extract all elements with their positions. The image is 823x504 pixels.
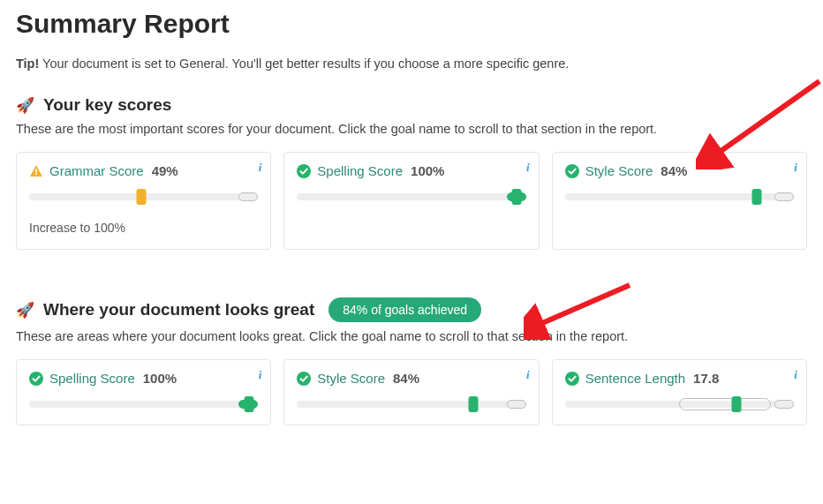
svg-point-8 <box>565 372 579 386</box>
svg-line-4 <box>714 81 819 156</box>
check-icon <box>297 372 311 386</box>
rocket-icon: 🚀 <box>16 96 34 115</box>
card-note: Increase to 100% <box>29 221 258 235</box>
slider-target-range <box>679 398 771 410</box>
tip-text: Your document is set to General. You'll … <box>39 56 569 71</box>
info-icon[interactable]: i <box>794 368 797 382</box>
great-cards: i Spelling Score 100% i Style Score 84% <box>16 359 807 425</box>
svg-point-3 <box>565 164 579 178</box>
score-slider <box>565 191 794 203</box>
score-value: 17.8 <box>693 371 719 386</box>
key-scores-cards: i Grammar Score 49% Increase to 100% i S… <box>16 152 807 250</box>
slider-thumb <box>512 189 522 205</box>
check-icon <box>565 164 579 178</box>
score-link-sentence-length[interactable]: Sentence Length <box>585 371 685 386</box>
slider-thumb <box>469 396 479 412</box>
info-icon[interactable]: i <box>526 161 530 175</box>
great-heading: 🚀 Where your document looks great 84% of… <box>16 297 807 322</box>
warning-icon <box>29 164 43 178</box>
score-card-style: i Style Score 84% <box>283 359 539 425</box>
score-card-spelling: i Spelling Score 100% <box>16 359 271 425</box>
score-slider <box>297 398 525 410</box>
score-link-style[interactable]: Style Score <box>317 371 385 386</box>
svg-point-6 <box>29 372 43 386</box>
score-slider <box>565 398 794 410</box>
check-icon <box>29 372 43 386</box>
slider-thumb <box>137 189 147 205</box>
score-link-grammar[interactable]: Grammar Score <box>49 163 144 178</box>
rocket-icon: 🚀 <box>16 301 34 320</box>
slider-thumb <box>244 396 253 412</box>
info-icon[interactable]: i <box>526 368 530 382</box>
score-slider <box>297 191 525 203</box>
score-value: 49% <box>152 163 178 178</box>
svg-line-5 <box>534 285 630 327</box>
score-card-grammar: i Grammar Score 49% Increase to 100% <box>16 152 271 250</box>
score-link-style[interactable]: Style Score <box>585 163 653 178</box>
key-scores-heading-text: Your key scores <box>43 95 171 115</box>
score-card-style: i Style Score 84% <box>552 152 807 250</box>
score-link-spelling[interactable]: Spelling Score <box>49 371 135 386</box>
info-icon[interactable]: i <box>259 161 262 175</box>
score-value: 100% <box>411 163 444 178</box>
svg-rect-1 <box>35 173 37 175</box>
score-slider <box>29 191 258 203</box>
score-card-sentence-length: i Sentence Length 17.8 <box>552 359 807 425</box>
info-icon[interactable]: i <box>794 161 797 175</box>
great-heading-text: Where your document looks great <box>43 300 314 320</box>
score-link-spelling[interactable]: Spelling Score <box>317 163 403 178</box>
check-icon <box>297 164 311 178</box>
great-desc: These are areas where your document look… <box>16 329 807 343</box>
svg-point-2 <box>297 164 311 178</box>
tip-label: Tip! <box>16 56 39 71</box>
key-scores-desc: These are the most important scores for … <box>16 122 807 136</box>
svg-rect-0 <box>35 169 37 172</box>
key-scores-heading: 🚀 Your key scores <box>16 95 807 115</box>
slider-thumb <box>732 396 742 412</box>
page-title: Summary Report <box>16 9 807 39</box>
score-value: 84% <box>393 371 419 386</box>
score-value: 84% <box>661 163 687 178</box>
score-card-spelling: i Spelling Score 100% <box>283 152 539 250</box>
info-icon[interactable]: i <box>259 368 262 382</box>
svg-point-7 <box>297 372 311 386</box>
goals-achieved-badge: 84% of goals achieved <box>328 297 481 322</box>
score-value: 100% <box>143 371 177 386</box>
slider-thumb <box>752 189 762 205</box>
check-icon <box>565 372 579 386</box>
score-slider <box>29 398 258 410</box>
tip-line: Tip! Your document is set to General. Yo… <box>16 56 807 71</box>
